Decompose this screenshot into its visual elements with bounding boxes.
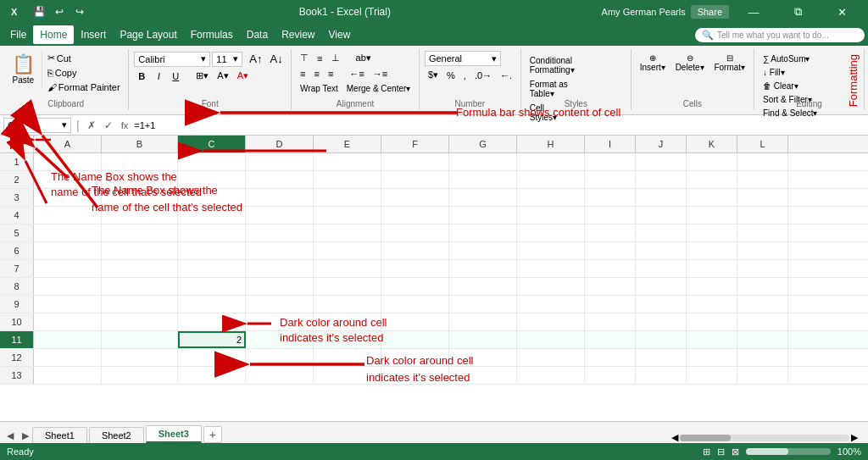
tab-sheet1[interactable]: Sheet1 (32, 427, 87, 443)
cell-g4[interactable] (449, 207, 517, 224)
cell-h6[interactable] (517, 242, 585, 259)
col-header-l[interactable]: L (737, 136, 788, 152)
cell-k3[interactable] (687, 189, 737, 206)
cell-b6[interactable] (102, 242, 178, 259)
cell-e11[interactable] (314, 331, 381, 348)
cell-c6[interactable] (178, 242, 246, 259)
cell-a13[interactable] (34, 367, 102, 384)
cell-g1[interactable] (449, 153, 517, 170)
cell-l12[interactable] (737, 349, 788, 366)
percent-button[interactable]: % (443, 69, 459, 82)
cell-l4[interactable] (737, 207, 788, 224)
col-header-j[interactable]: J (636, 136, 687, 152)
cell-f3[interactable] (381, 189, 449, 206)
number-format-combo[interactable]: General ▾ (425, 51, 501, 66)
currency-button[interactable]: $▾ (425, 68, 442, 82)
cell-g9[interactable] (449, 296, 517, 313)
cell-a1[interactable] (34, 153, 102, 170)
cell-g5[interactable] (449, 224, 517, 241)
cell-f10[interactable] (381, 313, 449, 330)
cell-l3[interactable] (737, 189, 788, 206)
cell-g13[interactable] (449, 367, 517, 384)
tab-nav-right[interactable]: ▶ (19, 429, 32, 443)
cell-i8[interactable] (585, 278, 636, 295)
conditional-formatting-button[interactable]: ConditionalFormatting▾ (526, 54, 578, 76)
orientation-button[interactable]: ab▾ (353, 51, 375, 65)
menu-review[interactable]: Review (275, 25, 321, 44)
cell-l10[interactable] (737, 313, 788, 330)
cell-g2[interactable] (449, 171, 517, 188)
menu-home[interactable]: Home (33, 25, 74, 44)
cell-e4[interactable] (314, 207, 381, 224)
cell-b11[interactable] (102, 331, 178, 348)
cell-d7[interactable] (246, 260, 314, 277)
search-box[interactable]: 🔍 Tell me what you want to do... (695, 28, 865, 42)
cell-f4[interactable] (381, 207, 449, 224)
col-header-a[interactable]: A (34, 136, 102, 152)
zoom-slider[interactable] (746, 448, 831, 455)
cell-j4[interactable] (636, 207, 687, 224)
cell-i9[interactable] (585, 296, 636, 313)
excel-logo[interactable]: X (7, 3, 24, 20)
cell-f7[interactable] (381, 260, 449, 277)
cell-i3[interactable] (585, 189, 636, 206)
cell-l8[interactable] (737, 278, 788, 295)
cell-l9[interactable] (737, 296, 788, 313)
cell-j6[interactable] (636, 242, 687, 259)
cell-g7[interactable] (449, 260, 517, 277)
row-num-7[interactable]: 7 (0, 260, 34, 277)
cell-h7[interactable] (517, 260, 585, 277)
cell-b2[interactable] (102, 171, 178, 188)
cell-i11[interactable] (585, 331, 636, 348)
row-num-12[interactable]: 12 (0, 349, 34, 366)
redo-btn[interactable]: ↪ (71, 3, 88, 20)
cell-i4[interactable] (585, 207, 636, 224)
cell-e1[interactable] (314, 153, 381, 170)
indent-increase-button[interactable]: →≡ (370, 67, 391, 80)
cell-h1[interactable] (517, 153, 585, 170)
cell-g8[interactable] (449, 278, 517, 295)
col-header-h[interactable]: H (517, 136, 585, 152)
cell-j5[interactable] (636, 224, 687, 241)
align-right-button[interactable]: ≡ (325, 67, 337, 80)
enter-formula-button[interactable]: ✓ (102, 119, 115, 131)
format-painter-button[interactable]: 🖌 Format Painter (44, 80, 124, 94)
scroll-right-btn[interactable]: ▶ (851, 432, 858, 443)
cell-b13[interactable] (102, 367, 178, 384)
menu-insert[interactable]: Insert (74, 25, 113, 44)
cell-e6[interactable] (314, 242, 381, 259)
align-left-button[interactable]: ≡ (297, 67, 309, 80)
cell-e10[interactable] (314, 313, 381, 330)
maximize-button[interactable]: ⧉ (778, 0, 817, 24)
delete-button[interactable]: ⊖ Delete▾ (672, 51, 708, 75)
cell-b12[interactable] (102, 349, 178, 366)
cell-h11[interactable] (517, 331, 585, 348)
align-bottom-button[interactable]: ⊥ (328, 51, 343, 65)
align-middle-button[interactable]: ≡ (314, 52, 326, 65)
cell-h4[interactable] (517, 207, 585, 224)
cell-j2[interactable] (636, 171, 687, 188)
cell-d9[interactable] (246, 296, 314, 313)
tab-sheet3[interactable]: Sheet3 (146, 425, 202, 443)
copy-button[interactable]: ⎘ Copy (44, 66, 124, 80)
cell-e3[interactable] (314, 189, 381, 206)
row-num-3[interactable]: 3 (0, 189, 34, 206)
cell-k9[interactable] (687, 296, 737, 313)
menu-file[interactable]: File (3, 25, 33, 44)
cell-g3[interactable] (449, 189, 517, 206)
cell-b7[interactable] (102, 260, 178, 277)
cell-h13[interactable] (517, 367, 585, 384)
cell-d8[interactable] (246, 278, 314, 295)
cell-l11[interactable] (737, 331, 788, 348)
cell-f13[interactable] (381, 367, 449, 384)
merge-center-button[interactable]: Merge & Center▾ (343, 82, 415, 95)
cell-b8[interactable] (102, 278, 178, 295)
cancel-formula-button[interactable]: ✗ (85, 119, 98, 131)
cell-k8[interactable] (687, 278, 737, 295)
tab-nav-left[interactable]: ◀ (3, 429, 17, 443)
cell-i6[interactable] (585, 242, 636, 259)
cell-k4[interactable] (687, 207, 737, 224)
cell-l6[interactable] (737, 242, 788, 259)
save-btn[interactable]: 💾 (31, 3, 47, 20)
menu-formulas[interactable]: Formulas (184, 25, 240, 44)
